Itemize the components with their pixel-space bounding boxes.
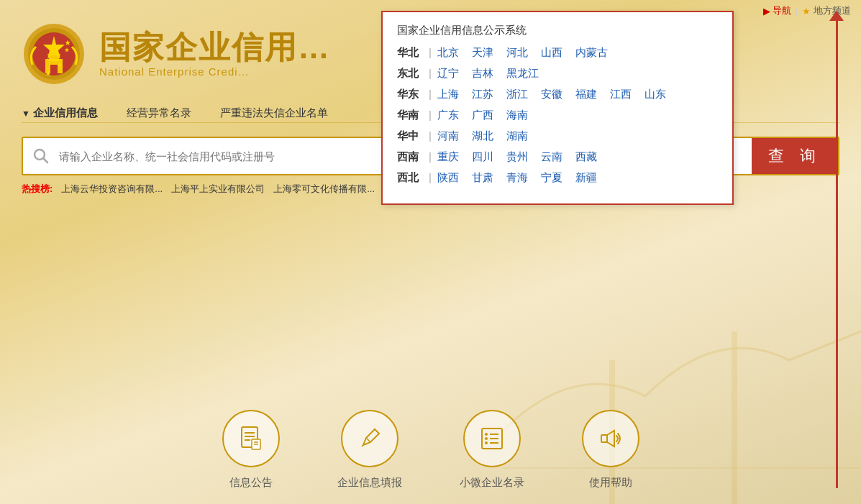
hot-item-1[interactable]: 上海平上实业有限公司 [171, 183, 265, 196]
region-link-item[interactable]: 河南 [437, 129, 459, 143]
nav-menu: ▼ 企业信用信息 经营异常名录 严重违法失信企业名单 [22, 106, 328, 120]
nav-icon: ▶ [763, 6, 770, 17]
region-links: 上海江苏浙江安徽福建江西山东 [437, 88, 666, 101]
region-link-item[interactable]: 江苏 [472, 88, 493, 101]
icon-circle-enterprise-fill [341, 410, 398, 467]
nav-guide-link[interactable]: ▶ 导航 [763, 4, 791, 17]
region-link-item[interactable]: 陕西 [437, 171, 459, 185]
region-link-item[interactable]: 安徽 [541, 88, 562, 101]
region-name: 华中 [397, 129, 423, 143]
bottom-icons: 信息公告企业信息填报小微企业名录使用帮助 [0, 410, 861, 490]
region-link-item[interactable]: 黑龙江 [506, 67, 539, 81]
region-name: 西北 [397, 171, 423, 185]
nav-item-credit[interactable]: ▼ 企业信用信息 [22, 106, 98, 120]
icon-item-help[interactable]: 使用帮助 [582, 410, 639, 490]
region-link-item[interactable]: 广西 [472, 109, 493, 122]
nav-item-blacklist[interactable]: 严重违法失信企业名单 [220, 106, 328, 120]
region-link-item[interactable]: 湖南 [506, 129, 528, 143]
nav-item-abnormal[interactable]: 经营异常名录 [127, 106, 191, 120]
icon-item-small-enterprise[interactable]: 小微企业名录 [460, 410, 524, 490]
region-separator: | [429, 129, 432, 142]
hot-search-label: 热搜榜: [22, 183, 53, 196]
header: 国家企业信用… National Enterprise Credi… [22, 22, 331, 86]
region-links: 重庆四川贵州云南西藏 [437, 150, 597, 164]
region-row: 华东|上海江苏浙江安徽福建江西山东 [397, 88, 718, 101]
hot-item-0[interactable]: 上海云华投资咨询有限... [61, 183, 163, 196]
region-separator: | [429, 150, 432, 162]
region-link-item[interactable]: 贵州 [506, 150, 528, 164]
region-separator: | [429, 171, 432, 183]
region-name: 华南 [397, 109, 423, 122]
region-links: 广东广西海南 [437, 109, 528, 122]
region-link-item[interactable]: 重庆 [437, 150, 459, 164]
region-link-item[interactable]: 云南 [541, 150, 562, 164]
region-link-item[interactable]: 内蒙古 [575, 46, 608, 60]
region-separator: | [429, 109, 432, 121]
region-link-item[interactable]: 海南 [506, 109, 528, 122]
arrow-up-icon [829, 11, 844, 21]
region-link-item[interactable]: 江西 [610, 88, 632, 101]
top-nav: ▶ 导航 | ★ 地方频道 [753, 0, 861, 22]
icon-circle-small-enterprise [463, 410, 521, 467]
logo-cn-text: 国家企业信用… [99, 30, 331, 65]
svg-rect-13 [50, 65, 58, 73]
region-row: 华南|广东广西海南 [397, 109, 718, 122]
svg-point-27 [485, 437, 488, 440]
region-link-item[interactable]: 甘肃 [472, 171, 493, 185]
dropdown-title: 国家企业信用信息公示系统 [397, 24, 718, 37]
arrow-down-icon: ▼ [22, 109, 30, 119]
red-arrow-indicator [829, 11, 844, 488]
region-separator: | [429, 67, 432, 79]
region-link-item[interactable]: 福建 [575, 88, 597, 101]
region-link-item[interactable]: 上海 [437, 88, 459, 101]
icon-item-enterprise-fill[interactable]: 企业信息填报 [337, 410, 402, 490]
region-links: 河南湖北湖南 [437, 129, 528, 143]
icon-circle-help [582, 410, 639, 467]
region-name: 东北 [397, 67, 423, 81]
dropdown-panel: 国家企业信用信息公示系统 华北|北京天津河北山西内蒙古东北|辽宁吉林黑龙江华东|… [381, 11, 734, 205]
region-links: 辽宁吉林黑龙江 [437, 67, 539, 81]
region-row: 西北|陕西甘肃青海宁夏新疆 [397, 171, 718, 185]
region-link-item[interactable]: 西藏 [575, 150, 597, 164]
region-link-item[interactable]: 河北 [506, 46, 528, 60]
region-link-item[interactable]: 山西 [541, 46, 562, 60]
icon-label-small-enterprise: 小微企业名录 [460, 476, 524, 490]
region-link-item[interactable]: 宁夏 [541, 171, 562, 185]
region-name: 华北 [397, 46, 423, 60]
region-name: 西南 [397, 150, 423, 164]
region-links: 陕西甘肃青海宁夏新疆 [437, 171, 597, 185]
region-link-item[interactable]: 吉林 [472, 67, 493, 81]
region-link-item[interactable]: 浙江 [506, 88, 528, 101]
nav-item-label: 经营异常名录 [127, 106, 191, 120]
arrow-line [836, 21, 838, 488]
region-links: 北京天津河北山西内蒙古 [437, 46, 608, 60]
region-link-item[interactable]: 青海 [506, 171, 528, 185]
svg-point-29 [485, 441, 488, 444]
svg-rect-31 [601, 435, 607, 442]
region-link-item[interactable]: 湖北 [472, 129, 493, 143]
icon-label-enterprise-fill: 企业信息填报 [337, 476, 402, 490]
search-button[interactable]: 查 询 [752, 138, 838, 174]
star-icon: ★ [802, 6, 811, 17]
svg-line-23 [366, 438, 370, 442]
logo-en-text: National Enterprise Credi… [99, 65, 331, 78]
icon-label-info-notice: 信息公告 [229, 476, 273, 490]
hot-item-2[interactable]: 上海零可文化传播有限... [273, 183, 375, 196]
region-separator: | [429, 88, 432, 100]
region-row: 华北|北京天津河北山西内蒙古 [397, 46, 718, 60]
logo-emblem [22, 22, 86, 86]
region-row: 东北|辽宁吉林黑龙江 [397, 67, 718, 81]
region-link-item[interactable]: 新疆 [575, 171, 597, 185]
svg-line-15 [44, 159, 48, 163]
region-link-item[interactable]: 山东 [644, 88, 666, 101]
region-name: 华东 [397, 88, 423, 101]
region-link-item[interactable]: 天津 [472, 46, 493, 60]
region-row: 西南|重庆四川贵州云南西藏 [397, 150, 718, 164]
region-link-item[interactable]: 北京 [437, 46, 459, 60]
region-link-item[interactable]: 广东 [437, 109, 459, 122]
region-link-item[interactable]: 辽宁 [437, 67, 459, 81]
icon-item-info-notice[interactable]: 信息公告 [222, 410, 280, 490]
icon-label-help: 使用帮助 [589, 476, 632, 490]
nav-item-label: 企业信用信息 [33, 106, 98, 120]
region-link-item[interactable]: 四川 [472, 150, 493, 164]
